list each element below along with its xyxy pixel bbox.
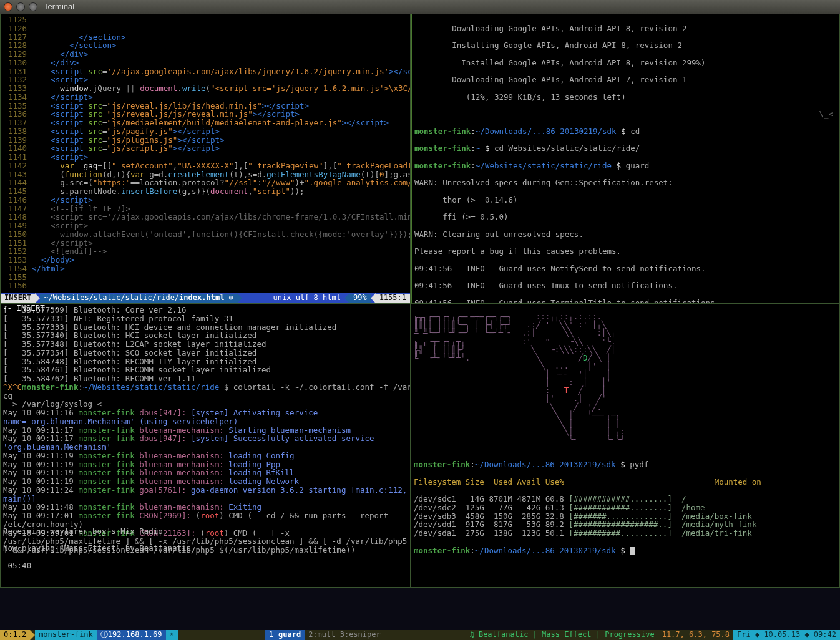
- now-playing: Receiving wayfarer_boy's Mix Radio. Now …: [3, 518, 408, 587]
- tmux-datetime: Fri ◆ 10.05.13 ◆ 09:42: [733, 630, 840, 640]
- window-title: Terminal: [44, 2, 74, 11]
- maximize-icon[interactable]: [29, 2, 37, 11]
- window-titlebar[interactable]: Terminal: [0, 0, 840, 14]
- pane-vim-editor[interactable]: 112511261127 </section>1128 </section>11…: [0, 14, 411, 304]
- pane-pydf[interactable]: ╔╦╗┌─┐┌┐╷╭─╴─┬─┌─┐┌─╮ :::╷╷::╷.:.::. ║║║…: [411, 304, 840, 588]
- vim-encoding: unix utf-8 html: [270, 294, 344, 302]
- vim-mode: INSERT: [1, 294, 35, 302]
- ascii-art-logo: ╔╦╗┌─┐┌┐╷╭─╴─┬─┌─┐┌─╮ :::╷╷::╷.:.::. ║║║…: [411, 304, 839, 452]
- pydf-header: Filesystem Size Used Avail Use% Mounted …: [414, 478, 837, 487]
- minimize-icon[interactable]: [16, 2, 25, 11]
- vim-position: 1155:1: [376, 294, 410, 302]
- shell-cursor[interactable]: [630, 547, 635, 555]
- tmux-now-playing: ♫ Beatfanatic | Mass Effect | Progressiv…: [466, 630, 658, 640]
- tmux-window-active[interactable]: 1 guard: [265, 630, 305, 640]
- pydf-table: monster-fink:~/Downloads/...86-20130219/…: [411, 452, 839, 572]
- vim-statusline: INSERT ~/Websites/static/static/ride/ind…: [1, 293, 410, 303]
- tmux-windows-other[interactable]: 2:mutt 3:esniper: [305, 630, 384, 640]
- tmux-session[interactable]: 0:1.2: [0, 630, 30, 640]
- close-icon[interactable]: [4, 2, 12, 11]
- guard-output[interactable]: Downloading Google APIs, Android API 8, …: [412, 14, 839, 304]
- vim-buffer[interactable]: 112511261127 </section>1128 </section>11…: [1, 14, 410, 291]
- vim-percent: 99%: [349, 294, 371, 302]
- vim-filepath: ~/Websites/static/static/ride/index.html…: [40, 294, 237, 302]
- pane-syslog[interactable]: [ 35.577309] Bluetooth: Core ver 2.16[ 3…: [0, 304, 411, 588]
- window-buttons: [4, 2, 37, 11]
- pane-guard-shell[interactable]: Downloading Google APIs, Android API 8, …: [411, 14, 840, 304]
- vim-insert-message: -- INSERT --: [2, 304, 59, 313]
- tmux-panes: 112511261127 </section>1128 </section>11…: [0, 14, 840, 588]
- tmux-ip: 192.168.1.69: [108, 631, 162, 639]
- weather-icon: ☀: [170, 631, 174, 639]
- tmux-load: 11.7, 6.3, 75.8: [658, 630, 733, 640]
- tmux-statusbar[interactable]: 0:1.2 monster-fink ⓘ 192.168.1.69 ☀ 1 gu…: [0, 630, 840, 640]
- tmux-host: monster-fink: [35, 630, 97, 640]
- globe-icon: ⓘ: [100, 631, 108, 639]
